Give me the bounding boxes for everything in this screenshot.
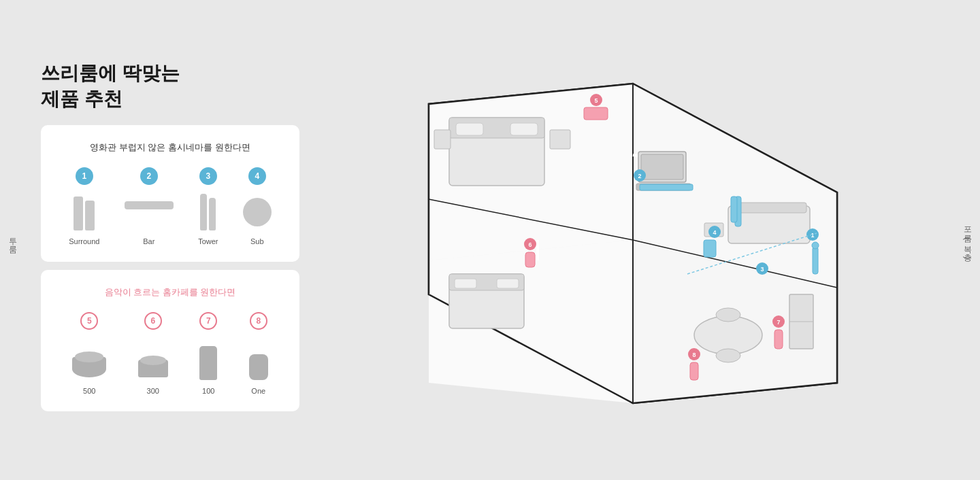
svg-rect-28 bbox=[497, 279, 519, 288]
label-one: One bbox=[251, 387, 265, 395]
badge-2: 2 bbox=[140, 167, 158, 185]
svg-rect-34 bbox=[813, 247, 818, 274]
card2-products-row: 5 500 6 bbox=[60, 312, 280, 395]
svg-rect-38 bbox=[640, 184, 693, 190]
label-300: 300 bbox=[147, 387, 159, 395]
card-home-cafe: 음악이 흐르는 홈카페를 원한다면 5 500 6 bbox=[41, 270, 299, 411]
svg-text:7: 7 bbox=[777, 319, 780, 326]
icon-300 bbox=[138, 338, 168, 380]
badge-4: 4 bbox=[248, 167, 266, 185]
surround-label: Surround bbox=[69, 237, 99, 245]
badge-5: 5 bbox=[80, 312, 98, 330]
tower-icon bbox=[200, 193, 216, 230]
badge-6: 6 bbox=[144, 312, 162, 330]
svg-rect-56 bbox=[690, 362, 698, 380]
icon-one bbox=[249, 338, 268, 380]
badge-8: 8 bbox=[250, 312, 267, 330]
bar-icon bbox=[125, 193, 174, 230]
tower-label: Tower bbox=[198, 237, 218, 245]
room-illustration: 1 2 4 3 5 6 bbox=[395, 50, 871, 430]
svg-rect-50 bbox=[525, 252, 535, 267]
svg-rect-53 bbox=[774, 330, 783, 349]
label-500: 500 bbox=[83, 387, 95, 395]
room-container: 1 2 4 3 5 6 bbox=[327, 0, 939, 480]
side-label-right: 포룸(복층) bbox=[962, 221, 973, 259]
card1-title: 영화관 부럽지 않은 홈시네마를 원한다면 bbox=[60, 141, 280, 154]
svg-text:4: 4 bbox=[713, 229, 716, 236]
card2-title: 음악이 흐르는 홈카페를 원한다면 bbox=[60, 286, 280, 298]
product-500[interactable]: 5 500 bbox=[72, 312, 106, 395]
side-label-left: 투룸 bbox=[7, 232, 18, 248]
svg-rect-42 bbox=[704, 240, 716, 257]
svg-rect-23 bbox=[550, 130, 570, 149]
label-100: 100 bbox=[202, 387, 214, 395]
left-panel: 쓰리룸에 딱맞는 제품 추천 영화관 부럽지 않은 홈시네마를 원한다면 1 S… bbox=[41, 61, 299, 420]
svg-rect-21 bbox=[456, 123, 483, 135]
svg-rect-14 bbox=[732, 203, 806, 213]
sub-icon bbox=[243, 193, 272, 230]
svg-rect-27 bbox=[455, 279, 476, 288]
card1-products-row: 1 Surround 2 Bar 3 bbox=[60, 167, 280, 245]
svg-text:5: 5 bbox=[594, 97, 598, 104]
svg-rect-47 bbox=[584, 107, 608, 120]
product-sub[interactable]: 4 Sub bbox=[243, 167, 272, 245]
icon-100 bbox=[199, 338, 217, 380]
svg-text:8: 8 bbox=[692, 352, 696, 358]
icon-500 bbox=[72, 338, 106, 380]
svg-text:3: 3 bbox=[760, 266, 764, 273]
svg-rect-24 bbox=[434, 130, 451, 149]
product-bar[interactable]: 2 Bar bbox=[125, 167, 174, 245]
svg-rect-22 bbox=[510, 123, 538, 135]
badge-1: 1 bbox=[76, 167, 93, 185]
product-tower[interactable]: 3 Tower bbox=[198, 167, 218, 245]
svg-rect-16 bbox=[641, 154, 683, 179]
svg-point-35 bbox=[812, 242, 819, 249]
card-home-cinema: 영화관 부럽지 않은 홈시네마를 원한다면 1 Surround 2 bbox=[41, 125, 299, 262]
svg-point-31 bbox=[716, 349, 740, 362]
product-one[interactable]: 8 One bbox=[249, 312, 268, 395]
bar-label: Bar bbox=[143, 237, 154, 245]
svg-text:6: 6 bbox=[528, 241, 532, 248]
surround-icon bbox=[74, 193, 95, 230]
product-300[interactable]: 6 300 bbox=[138, 312, 168, 395]
title-block: 쓰리룸에 딱맞는 제품 추천 bbox=[41, 61, 299, 112]
page-container: 투룸 쓰리룸에 딱맞는 제품 추천 영화관 부럽지 않은 홈시네마를 원한다면 … bbox=[0, 0, 980, 480]
badge-3: 3 bbox=[199, 167, 217, 185]
svg-rect-60 bbox=[731, 196, 737, 222]
page-title: 쓰리룸에 딱맞는 제품 추천 bbox=[41, 61, 299, 112]
svg-text:2: 2 bbox=[638, 173, 641, 179]
sub-label: Sub bbox=[250, 237, 264, 245]
badge-7: 7 bbox=[199, 312, 217, 330]
product-100[interactable]: 7 100 bbox=[199, 312, 217, 395]
svg-point-30 bbox=[716, 308, 740, 322]
product-surround[interactable]: 1 Surround bbox=[69, 167, 99, 245]
